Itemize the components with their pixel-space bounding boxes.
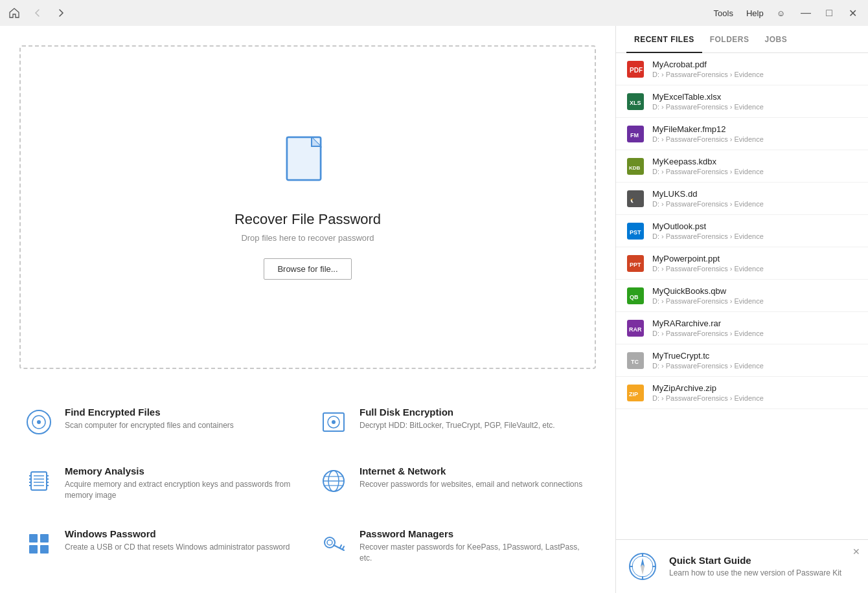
svg-text:PPT: PPT (630, 262, 641, 268)
feedback-icon[interactable]: ☺ (777, 8, 785, 18)
recent-file-name: MyQuickBooks.qbw (652, 286, 858, 296)
recent-files-list: PDF MyAcrobat.pdf D: › PasswareForensics… (616, 53, 868, 539)
memory-icon (23, 465, 54, 497)
right-panel: RECENT FILES FOLDERS JOBS PDF MyAcrobat.… (615, 26, 868, 593)
svg-marker-64 (641, 565, 645, 575)
recent-file-item[interactable]: KDB MyKeepass.kdbx D: › PasswareForensic… (616, 150, 868, 183)
recent-file-name: MyAcrobat.pdf (652, 60, 858, 69)
svg-line-34 (343, 546, 344, 549)
feature-password-managers[interactable]: Password Managers Recover master passwor… (308, 517, 602, 580)
recent-file-name: MyTrueCrypt.tc (652, 351, 858, 361)
recent-file-path: D: › PasswareForensics › Evidence (652, 200, 858, 208)
recent-file-name: MyKeepass.kdbx (652, 157, 858, 166)
recent-file-item[interactable]: RAR MyRARarchive.rar D: › PasswareForens… (616, 312, 868, 344)
feature-internet-network[interactable]: Internet & Network Recover passwords for… (308, 454, 602, 517)
recent-file-item[interactable]: 🐧 MyLUKS.dd D: › PasswareForensics › Evi… (616, 183, 868, 215)
recent-file-item[interactable]: QB MyQuickBooks.qbw D: › PasswareForensi… (616, 280, 868, 312)
feature-title-encrypted: Find Encrypted Files (65, 407, 297, 418)
svg-rect-28 (29, 545, 38, 554)
forward-icon[interactable] (54, 6, 67, 19)
svg-rect-27 (40, 534, 49, 543)
quick-start-title: Quick Start Guide (669, 555, 858, 566)
svg-rect-26 (29, 534, 38, 543)
svg-text:PST: PST (630, 229, 641, 236)
tools-menu[interactable]: Tools (714, 8, 733, 18)
recent-file-item[interactable]: ZIP MyZipArchive.zip D: › PasswareForens… (616, 377, 868, 409)
right-panel-tabs: RECENT FILES FOLDERS JOBS (616, 26, 868, 53)
file-drop-icon (282, 135, 334, 196)
quick-start-close-button[interactable]: ✕ (852, 546, 860, 557)
svg-text:RAR: RAR (629, 326, 642, 333)
recent-file-item[interactable]: PST MyOutlook.pst D: › PasswareForensics… (616, 215, 868, 247)
svg-text:FM: FM (630, 132, 639, 139)
svg-point-7 (332, 420, 336, 424)
drop-zone[interactable]: Recover File Password Drop files here to… (19, 45, 596, 369)
recent-file-name: MyZipArchive.zip (652, 383, 858, 393)
globe-icon (318, 465, 349, 497)
feature-text-fulldisk: Full Disk Encryption Decrypt HDD: BitLoc… (360, 407, 592, 431)
feature-desc-internet: Recover passwords for websites, email an… (360, 479, 592, 490)
browse-file-button[interactable]: Browse for file... (264, 258, 351, 280)
quick-start-desc: Learn how to use the new version of Pass… (669, 568, 858, 579)
recent-file-name: MyFileMaker.fmp12 (652, 124, 858, 134)
svg-line-33 (340, 545, 341, 548)
recent-file-name: MyLUKS.dd (652, 189, 858, 199)
recent-file-name: MyPowerpoint.ppt (652, 254, 858, 263)
recent-file-path: D: › PasswareForensics › Evidence (652, 362, 858, 370)
feature-memory-analysis[interactable]: Memory Analysis Acquire memory and extra… (13, 454, 308, 517)
back-icon[interactable] (31, 6, 44, 19)
feature-text-encrypted: Find Encrypted Files Scan computer for e… (65, 407, 297, 431)
feature-find-encrypted[interactable]: Find Encrypted Files Scan computer for e… (13, 395, 308, 454)
file-type-icon-luks: 🐧 (626, 190, 645, 208)
feature-desc-pwmanagers: Recover master passwords for KeePass, 1P… (360, 542, 592, 564)
home-icon[interactable] (8, 6, 21, 19)
feature-full-disk[interactable]: Full Disk Encryption Decrypt HDD: BitLoc… (308, 395, 602, 454)
compass-icon (626, 550, 659, 583)
feature-desc-fulldisk: Decrypt HDD: BitLocker, TrueCrypt, PGP, … (360, 420, 592, 431)
feature-desc-windows: Create a USB or CD that resets Windows a… (65, 542, 297, 553)
tab-recent-files[interactable]: RECENT FILES (626, 26, 702, 53)
quick-start-text: Quick Start Guide Learn how to use the n… (669, 555, 858, 579)
file-type-icon-kdbx: KDB (626, 157, 645, 175)
recent-file-item[interactable]: FM MyFileMaker.fmp12 D: › PasswareForens… (616, 118, 868, 150)
help-menu[interactable]: Help (746, 8, 764, 18)
quick-start-guide[interactable]: Quick Start Guide Learn how to use the n… (616, 539, 868, 593)
svg-text:PDF: PDF (630, 67, 643, 74)
drop-subtitle: Drop files here to recover password (241, 233, 374, 243)
svg-text:TC: TC (631, 359, 639, 365)
svg-rect-8 (31, 472, 47, 490)
file-type-icon-qbw: QB (626, 287, 645, 305)
file-type-icon-tc: TC (626, 352, 645, 370)
svg-text:ZIP: ZIP (629, 391, 638, 397)
recent-file-item[interactable]: XLS MyExcelTable.xlsx D: › PasswareForen… (616, 85, 868, 118)
tab-folders[interactable]: FOLDERS (702, 26, 757, 53)
file-type-icon-rar: RAR (626, 319, 645, 337)
file-type-icon-pdf: PDF (626, 60, 645, 78)
tab-jobs[interactable]: JOBS (757, 26, 795, 53)
maximize-button[interactable]: □ (821, 7, 837, 19)
disk-icon (318, 407, 349, 438)
recent-file-path: D: › PasswareForensics › Evidence (652, 265, 858, 273)
feature-title-internet: Internet & Network (360, 465, 592, 476)
recent-file-path: D: › PasswareForensics › Evidence (652, 135, 858, 143)
recent-file-path: D: › PasswareForensics › Evidence (652, 103, 858, 111)
svg-point-30 (325, 537, 335, 548)
recent-file-path: D: › PasswareForensics › Evidence (652, 71, 858, 78)
recent-file-item[interactable]: PDF MyAcrobat.pdf D: › PasswareForensics… (616, 53, 868, 85)
recent-file-path: D: › PasswareForensics › Evidence (652, 394, 858, 402)
svg-text:XLS: XLS (630, 100, 641, 106)
close-button[interactable]: ✕ (845, 7, 860, 19)
minimize-button[interactable]: — (798, 7, 814, 19)
nav-area (8, 6, 67, 19)
recent-file-item[interactable]: TC MyTrueCrypt.tc D: › PasswareForensics… (616, 344, 868, 377)
recent-file-path: D: › PasswareForensics › Evidence (652, 168, 858, 175)
file-type-icon-pst: PST (626, 222, 645, 240)
recent-file-item[interactable]: PPT MyPowerpoint.ppt D: › PasswareForens… (616, 247, 868, 280)
recent-file-path: D: › PasswareForensics › Evidence (652, 297, 858, 305)
recent-file-path: D: › PasswareForensics › Evidence (652, 330, 858, 337)
feature-title-pwmanagers: Password Managers (360, 528, 592, 539)
feature-windows-password[interactable]: Windows Password Create a USB or CD that… (13, 517, 308, 580)
disc-icon (23, 407, 54, 438)
feature-text-windows: Windows Password Create a USB or CD that… (65, 528, 297, 553)
file-type-icon-zip: ZIP (626, 384, 645, 402)
